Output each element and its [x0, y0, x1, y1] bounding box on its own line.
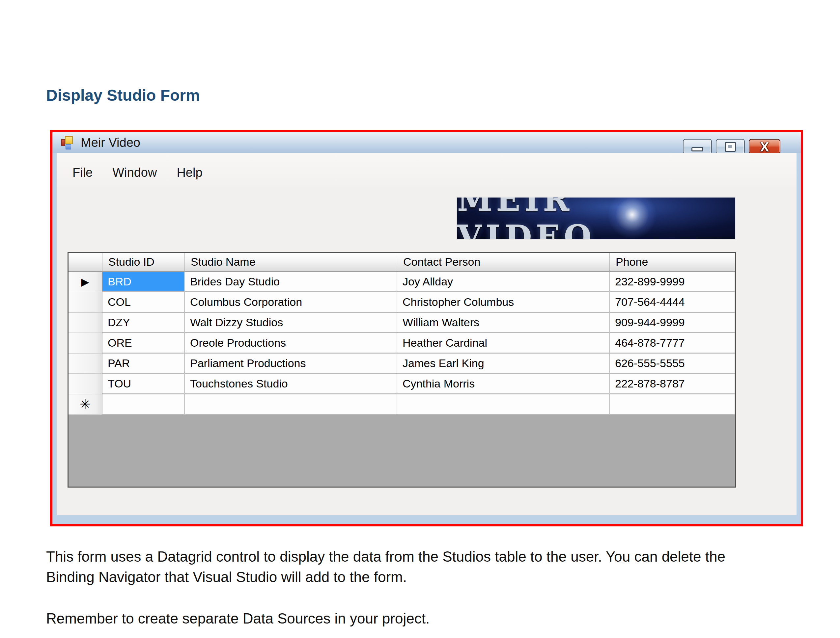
grid-cell-studio_name[interactable]: Brides Day Studio [185, 272, 397, 292]
grid-cell-studio_name[interactable]: Touchstones Studio [185, 374, 397, 395]
grid-row: OREOreole ProductionsHeather Cardinal464… [68, 333, 735, 354]
grid-row: DZYWalt Dizzy StudiosWilliam Walters909-… [68, 313, 735, 333]
maximize-icon [725, 142, 736, 152]
grid-cell-contact_person[interactable]: James Earl King [397, 354, 610, 374]
menu-item-window[interactable]: Window [103, 166, 167, 180]
body-paragraph: Remember to create separate Data Sources… [46, 608, 430, 629]
paragraph-line: Remember to create separate Data Sources… [46, 608, 430, 629]
grid-cell-studio_id[interactable]: DZY [103, 313, 185, 333]
grid-cell-contact_person[interactable]: Christopher Columbus [397, 292, 610, 313]
row-header[interactable]: ✳ [68, 395, 103, 415]
grid-cell-contact_person[interactable]: Joy Allday [397, 272, 610, 292]
grid-row: TOUTouchstones StudioCynthia Morris222-8… [68, 374, 735, 395]
row-header[interactable]: ▶ [68, 272, 103, 292]
grid-cell-studio_id[interactable]: TOU [103, 374, 185, 395]
grid-row: ▶BRDBrides Day StudioJoy Allday232-899-9… [68, 272, 735, 292]
new-row-icon: ✳ [80, 397, 91, 412]
row-header[interactable] [68, 292, 103, 313]
grid-cell-studio_id[interactable] [103, 395, 185, 415]
grid-rows: ▶BRDBrides Day StudioJoy Allday232-899-9… [68, 272, 735, 395]
row-header[interactable] [68, 374, 103, 395]
grid-row: PARParliament ProductionsJames Earl King… [68, 354, 735, 374]
row-header[interactable] [68, 333, 103, 354]
grid-cell-studio_name[interactable] [185, 395, 397, 415]
grid-cell-studio_name[interactable]: Oreole Productions [185, 333, 397, 354]
grid-new-row[interactable]: ✳ [68, 395, 735, 415]
paragraph-line: Binding Navigator that Visual Studio wil… [46, 567, 725, 587]
grid-cell-contact_person[interactable]: William Walters [397, 313, 610, 333]
paragraph-line: This form uses a Datagrid control to dis… [46, 546, 725, 567]
column-header-studio-name[interactable]: Studio Name [185, 253, 397, 272]
window-controls: X [683, 139, 780, 155]
studios-datagrid: Studio ID Studio Name Contact Person Pho… [68, 252, 736, 488]
winforms-app-icon [61, 136, 74, 150]
grid-cell-phone[interactable]: 222-878-8787 [610, 374, 735, 395]
current-row-icon: ▶ [81, 276, 89, 288]
grid-cell-contact_person[interactable] [397, 395, 610, 415]
maximize-button[interactable] [716, 139, 745, 155]
minimize-button[interactable] [683, 139, 712, 155]
grid-cell-studio_name[interactable]: Columbus Corporation [185, 292, 397, 313]
grid-cell-phone[interactable]: 464-878-7777 [610, 333, 735, 354]
body-paragraph: This form uses a Datagrid control to dis… [46, 546, 725, 587]
grid-cell-contact_person[interactable]: Heather Cardinal [397, 333, 610, 354]
grid-cell-phone[interactable]: 626-555-5555 [610, 354, 735, 374]
grid-header-row: Studio ID Studio Name Contact Person Pho… [68, 253, 735, 272]
grid-cell-contact_person[interactable]: Cynthia Morris [397, 374, 610, 395]
grid-cell-studio_name[interactable]: Walt Dizzy Studios [185, 313, 397, 333]
menu-bar: File Window Help [57, 153, 797, 187]
close-button[interactable]: X [749, 139, 780, 155]
menu-item-help[interactable]: Help [167, 166, 212, 180]
minimize-icon [691, 147, 703, 152]
grid-empty-background [68, 415, 735, 486]
column-header-studio-id[interactable]: Studio ID [103, 253, 185, 272]
app-window: Meir Video X File Window Help MEIR VIDEO [52, 132, 801, 524]
window-title: Meir Video [81, 136, 140, 150]
row-header[interactable] [68, 313, 103, 333]
grid-cell-studio_id[interactable]: ORE [103, 333, 185, 354]
grid-cell-studio_name[interactable]: Parliament Productions [185, 354, 397, 374]
column-header-phone[interactable]: Phone [610, 253, 735, 272]
window-client-area: File Window Help MEIR VIDEO Studio ID St… [57, 153, 797, 515]
grid-cell-phone[interactable]: 232-899-9999 [610, 272, 735, 292]
row-header[interactable] [68, 354, 103, 374]
grid-row: COLColumbus CorporationChristopher Colum… [68, 292, 735, 313]
close-icon: X [760, 140, 769, 153]
grid-cell-studio_id[interactable]: PAR [103, 354, 185, 374]
meir-video-logo: MEIR VIDEO [457, 197, 735, 239]
window-titlebar[interactable]: Meir Video X [52, 132, 801, 153]
grid-cell-phone[interactable]: 909-944-9999 [610, 313, 735, 333]
column-header-contact-person[interactable]: Contact Person [397, 253, 610, 272]
grid-cell-phone[interactable]: 707-564-4444 [610, 292, 735, 313]
grid-cell-studio_id[interactable]: BRD [103, 272, 185, 292]
form-screenshot-frame: Meir Video X File Window Help MEIR VIDEO [50, 130, 803, 526]
grid-corner-cell[interactable] [68, 253, 103, 272]
lens-flare [607, 197, 657, 239]
page-title: Display Studio Form [46, 86, 200, 104]
grid-cell-studio_id[interactable]: COL [103, 292, 185, 313]
logo-text: MEIR VIDEO [457, 197, 735, 239]
grid-cell-phone[interactable] [610, 395, 735, 415]
menu-item-file[interactable]: File [63, 166, 103, 180]
